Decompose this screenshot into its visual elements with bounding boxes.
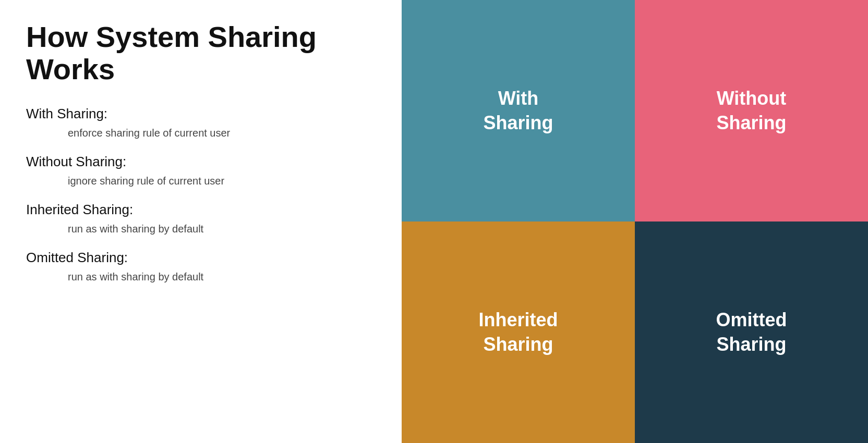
omitted-sharing-cell: OmittedSharing [635,221,868,443]
inherited-sharing-cell: InheritedSharing [402,221,635,443]
without-sharing-cell: WithoutSharing [635,0,868,221]
with-sharing-label: WithSharing [483,87,553,136]
omitted-sharing-heading: Omitted Sharing: [26,250,376,266]
without-sharing-desc: ignore sharing rule of current user [68,175,376,187]
with-sharing-cell: WithSharing [402,0,635,221]
sharing-grid: WithSharing WithoutSharing InheritedShar… [402,0,868,443]
with-sharing-desc: enforce sharing rule of current user [68,127,376,139]
inherited-sharing-desc: run as with sharing by default [68,223,376,235]
without-sharing-label: WithoutSharing [716,87,786,136]
without-sharing-section: Without Sharing: ignore sharing rule of … [26,154,376,191]
omitted-sharing-section: Omitted Sharing: run as with sharing by … [26,250,376,287]
with-sharing-section: With Sharing: enforce sharing rule of cu… [26,106,376,143]
with-sharing-heading: With Sharing: [26,106,376,122]
inherited-sharing-heading: Inherited Sharing: [26,202,376,218]
without-sharing-heading: Without Sharing: [26,154,376,170]
left-panel: How System Sharing Works With Sharing: e… [0,0,402,443]
page-title: How System Sharing Works [26,21,376,85]
inherited-sharing-label: InheritedSharing [478,308,558,357]
omitted-sharing-desc: run as with sharing by default [68,271,376,283]
omitted-sharing-label: OmittedSharing [716,308,787,357]
inherited-sharing-section: Inherited Sharing: run as with sharing b… [26,202,376,239]
